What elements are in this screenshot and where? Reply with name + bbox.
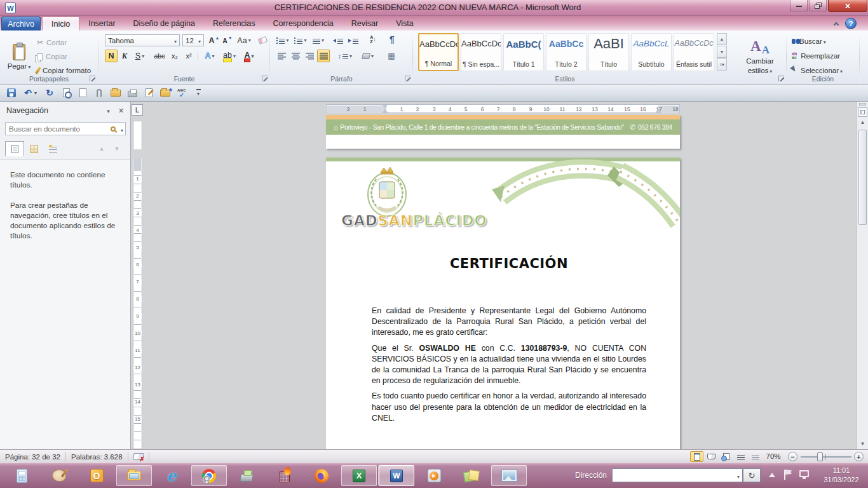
- navigation-pane-close-button[interactable]: [116, 105, 126, 116]
- taskbar-calculator[interactable]: [4, 465, 39, 486]
- page-previous[interactable]: Portoviejo - San Plácido, Calle 1 de dic…: [326, 115, 680, 149]
- dialog-launcher-parrafo[interactable]: [405, 76, 410, 81]
- style-normal[interactable]: AaBbCcDc¶ Normal: [418, 33, 459, 71]
- folder-favorites-button[interactable]: [159, 87, 172, 99]
- taskbar-firefox[interactable]: [304, 465, 339, 486]
- line-spacing-button[interactable]: [336, 50, 354, 62]
- cut-button[interactable]: Cortar: [37, 37, 67, 48]
- taskbar-media-player[interactable]: [416, 465, 452, 486]
- italic-button[interactable]: K: [119, 50, 130, 62]
- restore-button[interactable]: [809, 0, 827, 12]
- save-button[interactable]: [5, 87, 18, 99]
- copy-button[interactable]: Copiar: [37, 51, 67, 62]
- address-input[interactable]: [613, 471, 736, 479]
- grow-font-button[interactable]: A▲: [208, 34, 220, 46]
- highlight-color-button[interactable]: ab: [220, 50, 238, 62]
- new-document-button[interactable]: [76, 87, 89, 99]
- right-indent-marker[interactable]: [656, 109, 661, 112]
- zoom-level-indicator[interactable]: 70%: [763, 452, 784, 460]
- style-enfasis-sutil[interactable]: AaBbCcDcÉnfasis sutil: [674, 33, 714, 71]
- toggle-ruler-button[interactable]: [858, 107, 867, 117]
- taskbar-excel[interactable]: [341, 465, 377, 486]
- search-icon[interactable]: [111, 126, 116, 132]
- tab-browse-results[interactable]: [43, 141, 62, 156]
- align-center-button[interactable]: [289, 50, 302, 62]
- zoom-in-button[interactable]: [854, 452, 864, 461]
- tab-revisar[interactable]: Revisar: [342, 17, 387, 30]
- previous-result-button[interactable]: ▲: [97, 144, 107, 154]
- edit-document-button[interactable]: [142, 87, 155, 99]
- strikethrough-button[interactable]: abc: [152, 50, 167, 62]
- close-button[interactable]: [828, 0, 867, 12]
- tab-insertar[interactable]: Insertar: [79, 17, 124, 30]
- shading-button[interactable]: [359, 50, 377, 62]
- zoom-slider-track[interactable]: [801, 456, 851, 458]
- page-count-indicator[interactable]: Página: 32 de 32: [5, 453, 60, 461]
- subscript-button[interactable]: x₂: [168, 50, 181, 62]
- attach-button[interactable]: [93, 87, 105, 99]
- scrollbar-thumb[interactable]: [858, 130, 867, 225]
- outline-view-button[interactable]: [734, 451, 747, 462]
- style-subtitulo[interactable]: AaBbCcLSubtítulo: [631, 33, 672, 71]
- tab-diseno[interactable]: Diseño de página: [125, 17, 204, 30]
- tab-vista[interactable]: Vista: [387, 17, 423, 30]
- style-titulo2[interactable]: AaBbCcTítulo 2: [546, 33, 587, 71]
- taskbar-clock[interactable]: 11:01 31/03/2022: [818, 466, 864, 485]
- open-button[interactable]: [109, 87, 122, 99]
- replace-button[interactable]: abacReemplazar: [792, 50, 840, 61]
- taskbar-fax-scanner[interactable]: [229, 465, 264, 486]
- font-family-select[interactable]: Tahoma: [105, 34, 180, 46]
- clear-formatting-button[interactable]: [256, 34, 269, 46]
- scroll-up-button[interactable]: ▲: [857, 119, 868, 125]
- sort-button[interactable]: AZ↓: [365, 33, 381, 45]
- print-layout-view-button[interactable]: [690, 451, 703, 462]
- align-right-button[interactable]: [303, 50, 316, 62]
- taskbar-chrome[interactable]: [191, 465, 227, 486]
- word-count-indicator[interactable]: Palabras: 3.628: [71, 453, 123, 461]
- change-case-button[interactable]: Aa: [236, 34, 252, 46]
- undo-dropdown[interactable]: [34, 87, 39, 99]
- dialog-launcher-portapapeles[interactable]: [90, 76, 95, 81]
- split-handle[interactable]: [859, 103, 866, 105]
- redo-button[interactable]: [43, 87, 56, 99]
- change-styles-button[interactable]: Cambiar estilos: [735, 33, 785, 81]
- shrink-font-button[interactable]: A▼: [222, 34, 233, 46]
- font-size-select[interactable]: 12: [182, 34, 204, 46]
- help-button[interactable]: ?: [845, 18, 857, 29]
- navigation-pane-menu-button[interactable]: [103, 105, 114, 116]
- left-indent-marker[interactable]: [383, 109, 388, 112]
- zoom-slider-thumb[interactable]: [817, 452, 823, 461]
- proofing-errors-icon[interactable]: [133, 452, 144, 461]
- page-current[interactable]: GADSANPLÁCIDO CERTIFICACIÓN En calidad d…: [326, 158, 680, 449]
- taskbar-file-explorer[interactable]: [116, 465, 152, 486]
- tab-archivo[interactable]: Archivo: [1, 17, 41, 30]
- draft-view-button[interactable]: [749, 451, 762, 462]
- align-left-button[interactable]: [275, 50, 288, 62]
- minimize-button[interactable]: [790, 0, 808, 12]
- address-dropdown[interactable]: [736, 470, 740, 481]
- paste-button[interactable]: Pegar: [5, 33, 33, 80]
- taskbar-sticky-notes[interactable]: [454, 465, 489, 486]
- zoom-out-button[interactable]: [788, 452, 797, 461]
- search-options-dropdown[interactable]: [119, 123, 123, 135]
- bold-button[interactable]: N: [105, 50, 118, 62]
- style-titulo1[interactable]: AaBbC(Título 1: [503, 33, 544, 71]
- action-center-flag-icon[interactable]: [784, 470, 792, 480]
- borders-button[interactable]: [382, 50, 400, 62]
- quick-print-button[interactable]: [126, 87, 139, 99]
- tab-referencias[interactable]: Referencias: [204, 17, 264, 30]
- taskbar-paint[interactable]: [41, 465, 77, 486]
- taskbar-internet-explorer[interactable]: [154, 465, 189, 486]
- fullscreen-reading-view-button[interactable]: [705, 451, 718, 462]
- address-go-button[interactable]: [743, 468, 761, 482]
- tab-inicio[interactable]: Inicio: [42, 17, 79, 30]
- tab-stop-selector[interactable]: L: [132, 104, 143, 116]
- vertical-scrollbar[interactable]: ▲ ▼: [857, 102, 868, 449]
- style-sin-espaciado[interactable]: AaBbCcDc¶ Sin espa...: [461, 33, 501, 71]
- dialog-launcher-fuente[interactable]: [262, 76, 268, 81]
- show-hidden-icons-button[interactable]: [769, 473, 775, 477]
- numbering-button[interactable]: [293, 34, 308, 46]
- customize-toolbar-button[interactable]: [192, 87, 205, 99]
- increase-indent-button[interactable]: [346, 34, 360, 46]
- next-result-button[interactable]: ▼: [112, 144, 122, 154]
